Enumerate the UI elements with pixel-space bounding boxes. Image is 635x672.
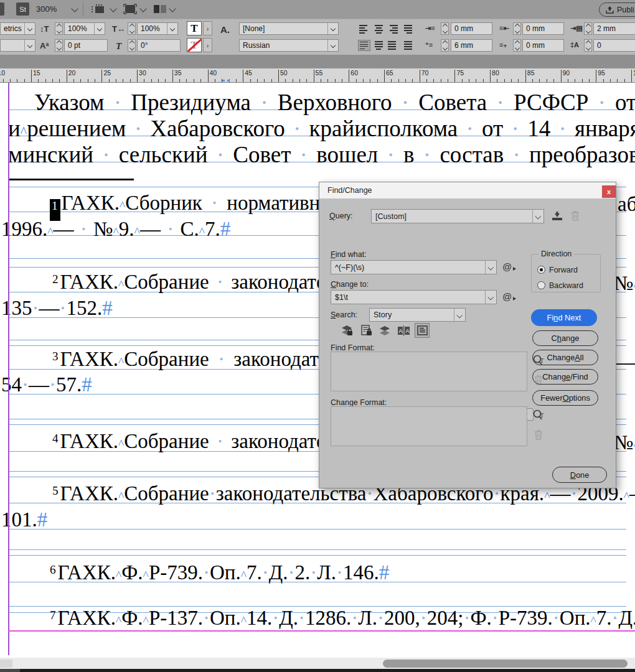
change-special-chars-icon[interactable]: @	[502, 291, 512, 302]
stroke-color-swatch[interactable]: T	[187, 38, 202, 52]
view-options-chevron-icon[interactable]	[110, 5, 116, 12]
align-left-button[interactable]	[358, 24, 370, 35]
include-locked-layers-icon[interactable]	[339, 323, 354, 338]
horizontal-scrollbar-thumb[interactable]	[383, 660, 628, 668]
first-line-indent-stepper[interactable]	[441, 39, 449, 52]
skew-field[interactable]: 0°	[137, 39, 181, 52]
horizontal-margin-guide[interactable]	[8, 630, 635, 632]
footnote-reference[interactable]: 4	[52, 432, 59, 445]
footnote-reference[interactable]: 2	[52, 273, 59, 286]
bridge-icon[interactable]: r	[0, 2, 4, 16]
direction-forward-label[interactable]: Forward	[549, 266, 578, 274]
document-text-line[interactable]: 4ГАХК.^Собрание · законодательс	[52, 431, 354, 452]
query-select[interactable]: [Custom]	[371, 209, 544, 223]
document-text-line[interactable]: 1ГАХК.^Сборник · нормативных	[50, 193, 344, 221]
publish-button[interactable]: Publi	[599, 2, 635, 17]
baseline-shift-stepper[interactable]	[55, 39, 63, 52]
document-text-line[interactable]: —	[615, 352, 635, 373]
screen-mode-chevron-icon[interactable]	[139, 5, 146, 12]
screen-mode-icon[interactable]	[123, 4, 137, 14]
space-before-field[interactable]: 2 mm	[593, 22, 635, 35]
save-query-icon[interactable]	[551, 210, 563, 222]
change-to-chevron-icon[interactable]	[485, 291, 496, 304]
document-text-line[interactable]: аб	[618, 194, 635, 215]
align-right-button[interactable]	[387, 24, 399, 35]
find-special-chars-icon[interactable]: @	[502, 261, 512, 272]
direction-forward-radio[interactable]	[537, 266, 545, 274]
left-indent-stepper[interactable]	[441, 22, 449, 35]
fill-color-swatch[interactable]: T	[187, 21, 202, 35]
footnote-reference[interactable]: 6	[50, 563, 56, 576]
document-text-line[interactable]: 1996.^— · №^9.^— · С.^7.#	[1, 219, 230, 240]
right-indent-stepper[interactable]	[513, 22, 521, 35]
dialog-titlebar[interactable]: Find/Change	[319, 182, 616, 198]
align-center-button[interactable]	[372, 24, 385, 35]
document-text-line[interactable]: минский · сельский · Совет · вошел · в ·…	[8, 143, 635, 166]
done-button[interactable]: Done	[552, 467, 607, 483]
left-indent-field[interactable]: 0 mm	[451, 22, 492, 35]
justify-last-left-button[interactable]	[358, 40, 370, 51]
fewer-options-button[interactable]: Fewer Options	[532, 390, 598, 406]
kerning-select[interactable]: etrics	[0, 22, 35, 35]
drop-cap-lines-stepper[interactable]	[584, 39, 592, 52]
document-text-line[interactable]: 7ГАХК.^Ф.^Р-137.·Оп.^14.·Д.·1286.·Л.·200…	[50, 608, 635, 628]
character-style-select[interactable]: [None]	[239, 22, 339, 35]
document-text-line[interactable]: №^	[614, 273, 635, 294]
stroke-flyout-button[interactable]: ›	[203, 38, 212, 52]
include-hidden-layers-icon[interactable]	[377, 323, 392, 338]
delete-query-trash-icon[interactable]	[570, 210, 580, 222]
space-before-stepper[interactable]	[584, 22, 592, 35]
include-footnotes-icon[interactable]	[415, 323, 430, 338]
horizontal-scrollbar-track[interactable]	[0, 658, 635, 669]
find-what-input[interactable]	[331, 263, 485, 272]
document-text-line[interactable]: 135·—·152.#	[1, 298, 113, 319]
horizontal-ruler[interactable]: 101520253035404550556065707580859095100	[0, 68, 635, 83]
horizontal-scale-stepper[interactable]	[128, 22, 136, 35]
search-scope-select[interactable]: Story	[369, 308, 466, 322]
fill-flyout-button[interactable]: ›	[203, 21, 212, 35]
change-all-button[interactable]: Change All	[532, 350, 598, 365]
horizontal-scale-field[interactable]: 100%	[137, 22, 178, 35]
specify-change-attributes-icon[interactable]: T	[532, 409, 545, 421]
justify-variant-button[interactable]	[401, 40, 413, 51]
close-icon[interactable]: x	[602, 185, 616, 198]
vertical-scale-stepper[interactable]	[55, 22, 63, 35]
change-format-box[interactable]	[331, 406, 527, 446]
justify-all-button[interactable]	[387, 40, 399, 51]
justify-last-right-button[interactable]	[401, 24, 413, 35]
document-text-line[interactable]: и^решением · Хабаровского · крайисполком…	[8, 117, 635, 140]
arrange-documents-icon[interactable]	[153, 4, 167, 14]
document-text-line[interactable]: №^	[614, 432, 635, 453]
first-line-indent-field[interactable]: 6 mm	[451, 39, 492, 52]
include-locked-stories-icon[interactable]	[359, 323, 374, 338]
view-options-icon[interactable]	[91, 4, 105, 14]
find-what-chevron-icon[interactable]	[485, 261, 496, 274]
footnote-reference[interactable]: 3	[52, 350, 59, 363]
find-format-box[interactable]	[331, 352, 527, 391]
change-button[interactable]: Change	[532, 330, 598, 346]
arrange-documents-chevron-icon[interactable]	[169, 5, 176, 12]
document-text-line[interactable]: 54·—·57.#	[1, 375, 92, 395]
find-next-button[interactable]: Find Next	[531, 309, 597, 326]
direction-backward-label[interactable]: Backward	[549, 281, 583, 290]
include-master-pages-icon[interactable]: AA	[396, 323, 411, 338]
drop-cap-lines-field[interactable]: 0	[593, 39, 635, 52]
zoom-level-chevron-icon[interactable]	[71, 5, 78, 12]
tracking-select[interactable]	[0, 39, 35, 52]
document-text-line[interactable]: 2ГАХК.^Собрание · законодательс	[52, 272, 354, 292]
right-indent-field[interactable]: 0 mm	[522, 22, 564, 35]
zoom-level-value[interactable]: 300%	[36, 4, 57, 14]
vertical-margin-guide[interactable]	[8, 82, 9, 655]
change-to-input[interactable]	[331, 293, 485, 302]
language-select[interactable]: Russian	[239, 39, 339, 52]
document-text-line[interactable]: 3ГАХК.^Собрание · законодатель	[52, 349, 347, 370]
document-text-line[interactable]: Указом · Президиума · Верховного · Совет…	[34, 91, 635, 114]
last-line-indent-stepper[interactable]	[513, 39, 521, 52]
stock-icon[interactable]: St	[16, 2, 29, 16]
skew-stepper[interactable]	[128, 39, 136, 52]
justify-last-center-button[interactable]	[372, 40, 385, 51]
document-text-line[interactable]: 6ГАХК.^Ф.^Р-739.·Оп.^7.·Д.·2.·Л.·146.#	[50, 562, 389, 583]
change-find-button[interactable]: Change/Find	[532, 369, 598, 385]
baseline-shift-field[interactable]: 0 pt	[64, 39, 108, 52]
clear-change-format-trash-icon[interactable]	[534, 429, 543, 441]
